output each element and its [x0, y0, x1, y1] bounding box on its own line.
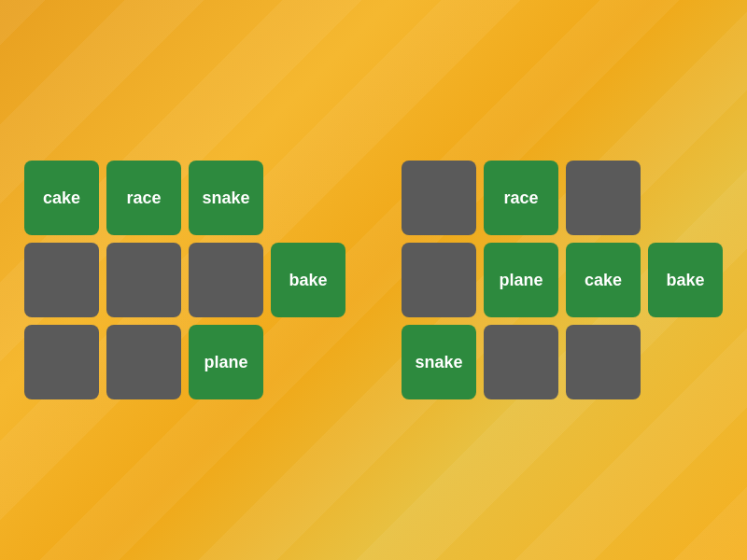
- left-tile-bake[interactable]: bake: [271, 243, 345, 317]
- right-tile-dark-5[interactable]: [566, 325, 641, 399]
- left-grid: cake race snake bake plane: [24, 161, 345, 399]
- left-tile-snake[interactable]: snake: [189, 161, 263, 235]
- game-container: cake race snake bake plane race: [0, 0, 747, 560]
- left-tile-dark-1[interactable]: [24, 243, 99, 317]
- left-tile-cake[interactable]: cake: [24, 161, 99, 235]
- right-tile-snake[interactable]: snake: [402, 325, 476, 399]
- left-tile-race[interactable]: race: [106, 161, 181, 235]
- left-tile-dark-2[interactable]: [106, 243, 181, 317]
- right-tile-bake[interactable]: bake: [648, 243, 723, 317]
- right-tile-dark-2[interactable]: [566, 161, 641, 235]
- left-tile-dark-5[interactable]: [106, 325, 181, 399]
- right-tile-race[interactable]: race: [484, 161, 558, 235]
- right-tile-dark-1[interactable]: [402, 161, 476, 235]
- right-tile-cake[interactable]: cake: [566, 243, 641, 317]
- right-tile-dark-4[interactable]: [484, 325, 558, 399]
- left-tile-dark-4[interactable]: [24, 325, 99, 399]
- right-tile-plane[interactable]: plane: [484, 243, 558, 317]
- left-tile-dark-3[interactable]: [189, 243, 263, 317]
- left-tile-plane[interactable]: plane: [189, 325, 263, 399]
- right-tile-dark-3[interactable]: [402, 243, 476, 317]
- right-grid: race plane cake bake snake: [402, 161, 723, 399]
